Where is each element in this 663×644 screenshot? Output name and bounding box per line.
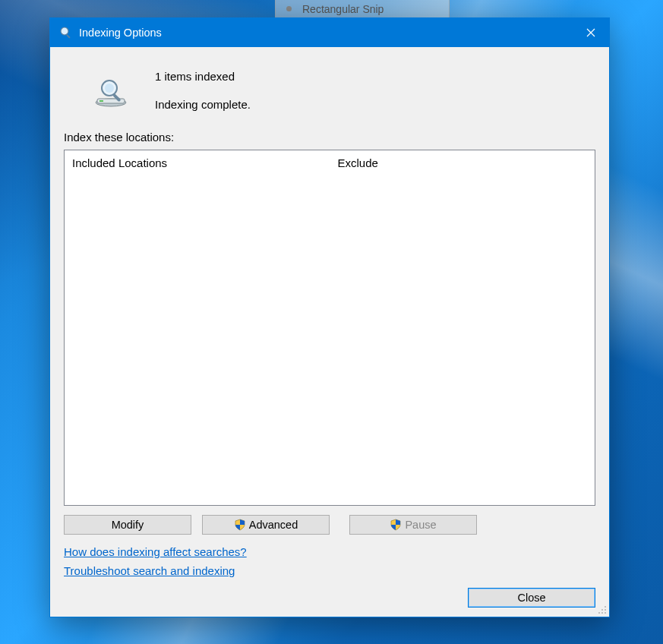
titlebar[interactable]: Indexing Options [50, 18, 609, 47]
indexing-state: Indexing complete. [155, 98, 251, 111]
svg-point-9 [601, 609, 603, 611]
indexing-options-icon [59, 26, 73, 39]
pause-button: Pause [349, 515, 477, 535]
svg-point-8 [605, 606, 606, 608]
svg-point-10 [605, 609, 606, 611]
snip-toolbar-remnant: Rectangular Snip [275, 0, 450, 18]
locations-list[interactable]: Included Locations Exclude [64, 150, 595, 506]
uac-shield-icon [234, 519, 246, 531]
how-indexing-affects-searches-link[interactable]: How does indexing affect searches? [64, 545, 247, 558]
items-indexed-count: 1 items indexed [155, 70, 251, 83]
svg-point-6 [105, 84, 114, 93]
resize-grip-icon[interactable] [596, 604, 607, 614]
uac-shield-icon [390, 519, 402, 531]
search-drive-icon [91, 77, 131, 108]
indexing-options-window: Indexing Options [49, 17, 610, 617]
included-locations-column: Included Locations [65, 150, 330, 505]
svg-point-12 [601, 612, 603, 614]
included-locations-header: Included Locations [72, 156, 322, 169]
svg-rect-1 [66, 34, 71, 39]
modify-button-label: Modify [112, 519, 144, 531]
exclude-header: Exclude [338, 156, 588, 169]
help-links: How does indexing affect searches? Troub… [64, 545, 595, 577]
bullet-icon [286, 6, 292, 11]
exclude-column: Exclude [330, 150, 595, 505]
close-button-label: Close [517, 592, 545, 604]
window-title: Indexing Options [79, 27, 573, 39]
svg-point-13 [605, 612, 606, 614]
pause-button-label: Pause [405, 519, 436, 531]
close-icon [586, 28, 595, 37]
advanced-button[interactable]: Advanced [202, 515, 330, 535]
close-button[interactable]: Close [468, 588, 595, 608]
close-window-button[interactable] [573, 18, 609, 47]
svg-rect-4 [99, 100, 103, 102]
locations-section-label: Index these locations: [64, 131, 595, 144]
desktop-background: Rectangular Snip Indexing Options [0, 0, 663, 644]
snip-label: Rectangular Snip [302, 3, 384, 15]
modify-button[interactable]: Modify [64, 515, 191, 535]
svg-point-0 [61, 27, 68, 35]
advanced-button-label: Advanced [249, 519, 298, 531]
footer: Close [64, 588, 595, 608]
svg-point-11 [598, 612, 600, 614]
window-content: 1 items indexed Indexing complete. Index… [50, 47, 609, 617]
action-buttons-row: Modify Advanced [64, 515, 595, 535]
troubleshoot-link[interactable]: Troubleshoot search and indexing [64, 564, 235, 577]
status-section: 1 items indexed Indexing complete. [64, 61, 595, 131]
